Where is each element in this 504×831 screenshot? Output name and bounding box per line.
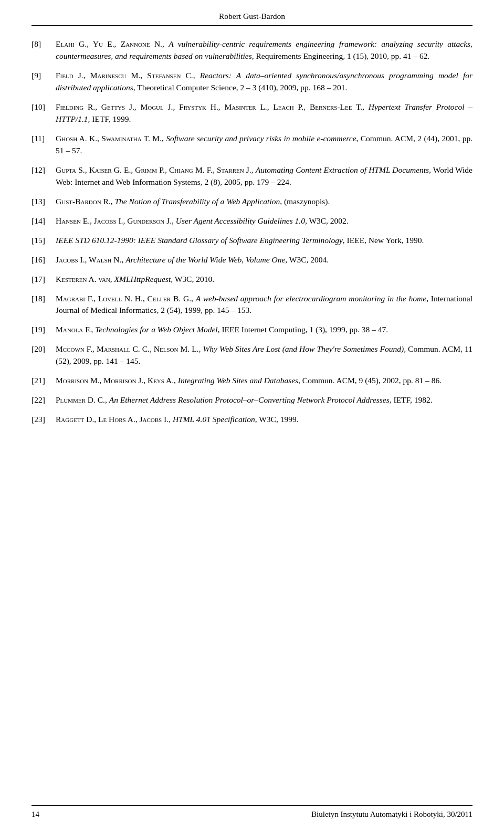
ref-content: IEEE STD 610.12-1990: IEEE Standard Glos… bbox=[56, 235, 472, 247]
list-item: [10]Fielding R., Gettys J., Mogul J., Fr… bbox=[32, 101, 472, 125]
ref-number: [23] bbox=[32, 414, 56, 426]
list-item: [13]Gust-Bardon R., The Notion of Transf… bbox=[32, 196, 472, 208]
list-item: [15]IEEE STD 610.12-1990: IEEE Standard … bbox=[32, 235, 472, 247]
ref-content: Plummer D. C., An Ethernet Address Resol… bbox=[56, 394, 472, 406]
ref-number: [21] bbox=[32, 375, 56, 387]
ref-content: Fielding R., Gettys J., Mogul J., Frysty… bbox=[56, 101, 472, 125]
ref-content: Hansen E., Jacobs I., Gunderson J., User… bbox=[56, 215, 472, 227]
ref-content: Field J., Marinescu M., Stefansen C., Re… bbox=[56, 70, 472, 94]
list-item: [23]Raggett D., Le Hors A., Jacobs I., H… bbox=[32, 414, 472, 426]
footer-journal: Biuletyn Instytutu Automatyki i Robotyki… bbox=[311, 809, 472, 821]
ref-number: [16] bbox=[32, 254, 56, 266]
list-item: [8]Elahi G., Yu E., Zannone N., A vulner… bbox=[32, 38, 472, 62]
ref-content: Morrison M., Morrison J., Keys A., Integ… bbox=[56, 375, 472, 387]
ref-content: Raggett D., Le Hors A., Jacobs I., HTML … bbox=[56, 414, 472, 426]
ref-content: Ghosh A. K., Swaminatha T. M., Software … bbox=[56, 133, 472, 157]
header-title: Robert Gust-Bardon bbox=[219, 12, 285, 20]
list-item: [9]Field J., Marinescu M., Stefansen C.,… bbox=[32, 70, 472, 94]
ref-content: Gupta S., Kaiser G. E., Grimm P., Chiang… bbox=[56, 164, 472, 188]
ref-number: [20] bbox=[32, 343, 56, 367]
ref-content: Magrabi F., Lovell N. H., Celler B. G., … bbox=[56, 293, 472, 317]
ref-number: [18] bbox=[32, 293, 56, 317]
list-item: [20]Mccown F., Marshall C. C., Nelson M.… bbox=[32, 343, 472, 367]
ref-number: [12] bbox=[32, 164, 56, 188]
list-item: [17]Kesteren A. van, XMLHttpRequest, W3C… bbox=[32, 274, 472, 286]
ref-content: Jacobs I., Walsh N., Architecture of the… bbox=[56, 254, 472, 266]
list-item: [11]Ghosh A. K., Swaminatha T. M., Softw… bbox=[32, 133, 472, 157]
ref-content: Mccown F., Marshall C. C., Nelson M. L.,… bbox=[56, 343, 472, 367]
ref-content: Gust-Bardon R., The Notion of Transferab… bbox=[56, 196, 472, 208]
ref-number: [17] bbox=[32, 274, 56, 286]
ref-content: Kesteren A. van, XMLHttpRequest, W3C, 20… bbox=[56, 274, 472, 286]
ref-number: [19] bbox=[32, 324, 56, 336]
ref-number: [14] bbox=[32, 215, 56, 227]
page: Robert Gust-Bardon [8]Elahi G., Yu E., Z… bbox=[0, 0, 504, 831]
list-item: [19]Manola F., Technologies for a Web Ob… bbox=[32, 324, 472, 336]
list-item: [18]Magrabi F., Lovell N. H., Celler B. … bbox=[32, 293, 472, 317]
ref-content: Manola F., Technologies for a Web Object… bbox=[56, 324, 472, 336]
ref-number: [8] bbox=[32, 38, 56, 62]
references-list: [8]Elahi G., Yu E., Zannone N., A vulner… bbox=[32, 38, 472, 426]
list-item: [12]Gupta S., Kaiser G. E., Grimm P., Ch… bbox=[32, 164, 472, 188]
ref-number: [13] bbox=[32, 196, 56, 208]
ref-number: [15] bbox=[32, 235, 56, 247]
list-item: [16]Jacobs I., Walsh N., Architecture of… bbox=[32, 254, 472, 266]
footer-page-number: 14 bbox=[32, 809, 39, 821]
ref-number: [22] bbox=[32, 394, 56, 406]
list-item: [22]Plummer D. C., An Ethernet Address R… bbox=[32, 394, 472, 406]
list-item: [14]Hansen E., Jacobs I., Gunderson J., … bbox=[32, 215, 472, 227]
ref-number: [10] bbox=[32, 101, 56, 125]
page-header: Robert Gust-Bardon bbox=[32, 10, 472, 26]
page-footer: 14 Biuletyn Instytutu Automatyki i Robot… bbox=[32, 805, 472, 821]
list-item: [21]Morrison M., Morrison J., Keys A., I… bbox=[32, 375, 472, 387]
ref-number: [11] bbox=[32, 133, 56, 157]
ref-content: Elahi G., Yu E., Zannone N., A vulnerabi… bbox=[56, 38, 472, 62]
ref-number: [9] bbox=[32, 70, 56, 94]
